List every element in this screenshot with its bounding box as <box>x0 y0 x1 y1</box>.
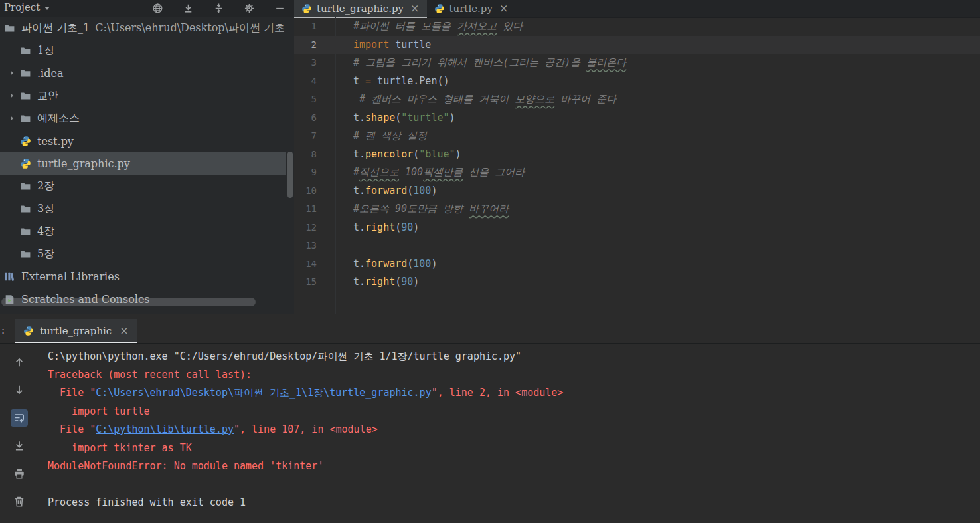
python-icon <box>23 326 34 336</box>
chevron-right-icon[interactable] <box>4 70 20 76</box>
scroll-to-end-button[interactable] <box>11 437 28 455</box>
tree-item-label: 교안 <box>37 89 58 103</box>
line-number[interactable]: 9 <box>294 163 326 182</box>
code-text: # 그림을 그리기 위해서 캔버스(그리는 공간)을 불러온다 <box>353 54 626 72</box>
line-number[interactable]: 11 <box>294 200 326 219</box>
run-tab-turtle-graphic[interactable]: turtle_graphic × <box>15 319 137 343</box>
print-button[interactable] <box>11 465 28 482</box>
tree-item-yejesosu[interactable]: 예제소스 <box>0 107 286 130</box>
down-stack-trace-button[interactable] <box>11 381 28 399</box>
code-text: #오른쪽 90도만큼 방향 바꾸어라 <box>353 200 509 219</box>
code-text: t.forward(100) <box>353 255 437 274</box>
tree-item-2jang[interactable]: 2장 <box>0 175 286 197</box>
editor-tab-turtle-py[interactable]: turtle.py× <box>427 0 516 17</box>
hide-icon[interactable] <box>274 2 286 14</box>
line-number[interactable]: 7 <box>294 127 326 146</box>
tree-item-test-py[interactable]: test.py <box>0 130 286 152</box>
line-number[interactable]: 3 <box>294 54 326 72</box>
code-line[interactable]: 14t.forward(100) <box>294 255 980 274</box>
tree-item-gyoan[interactable]: 교안 <box>0 84 286 107</box>
locate-icon[interactable] <box>151 2 163 14</box>
chevron-right-icon[interactable] <box>4 92 20 99</box>
run-tab-bar: : turtle_graphic × <box>0 314 980 344</box>
tree-item-label: 2장 <box>37 179 54 193</box>
close-icon[interactable]: × <box>120 326 128 336</box>
scrollbar-thumb[interactable] <box>287 152 293 198</box>
tree-item-label: 1장 <box>37 44 54 58</box>
code-line[interactable]: 8t.pencolor("blue") <box>294 146 980 164</box>
line-number[interactable]: 5 <box>294 90 326 109</box>
code-line[interactable]: 15t.right(90) <box>294 273 980 292</box>
tree-item-label: 3장 <box>37 202 54 216</box>
close-icon[interactable]: × <box>410 3 419 14</box>
tree-item-label: turtle_graphic.py <box>37 157 130 170</box>
tree-item-idea[interactable]: .idea <box>0 62 286 84</box>
folder-icon <box>20 45 36 56</box>
editor-tab-turtle_graphic-py[interactable]: turtle_graphic.py× <box>294 0 427 17</box>
line-number[interactable]: 14 <box>294 255 326 274</box>
code-line[interactable]: 3# 그림을 그리기 위해서 캔버스(그리는 공간)을 불러온다 <box>294 54 980 72</box>
tab-label: turtle.py <box>449 3 493 15</box>
code-line[interactable]: 10t.forward(100) <box>294 182 980 201</box>
tree-item-5jang[interactable]: 5장 <box>0 243 286 265</box>
tree-item-3jang[interactable]: 3장 <box>0 197 286 220</box>
line-number[interactable]: 13 <box>294 237 326 255</box>
code-line[interactable]: 13 <box>294 237 980 255</box>
tree-item-1jang[interactable]: 1장 <box>0 39 286 62</box>
code-line[interactable]: 2import turtle <box>294 36 980 54</box>
code-text: #파이썬 터틀 모듈을 가져오고 있다 <box>353 17 523 36</box>
code-text: # 캔버스 마우스 형태를 거북이 모양으로 바꾸어 준다 <box>353 90 616 109</box>
code-line[interactable]: 4t = turtle.Pen() <box>294 72 980 91</box>
code-line[interactable]: 7# 펜 색상 설정 <box>294 127 980 146</box>
settings-icon[interactable] <box>243 2 255 14</box>
file-link[interactable]: C:\Users\ehrud\Desktop\파이썬 기초_1\1장\turtl… <box>96 387 431 399</box>
code-line[interactable]: 9#직선으로 100픽셀만큼 선을 그어라 <box>294 163 980 182</box>
tree-item-label: External Libraries <box>21 270 120 283</box>
folder-icon <box>20 181 36 192</box>
editor-area: turtle_graphic.py×turtle.py× 1#파이썬 터틀 모듈… <box>294 0 980 314</box>
code-line[interactable]: 12t.right(90) <box>294 219 980 237</box>
code-text: #직선으로 100픽셀만큼 선을 그어라 <box>353 163 525 182</box>
file-link[interactable]: C:\python\lib\turtle.py <box>96 423 234 435</box>
line-number[interactable]: 6 <box>294 109 326 128</box>
tree-item-root[interactable]: 파이썬 기초_1C:\Users\ehrud\Desktop\파이썬 기초 <box>0 17 286 39</box>
library-icon <box>4 271 20 282</box>
line-number[interactable]: 4 <box>294 72 326 91</box>
project-view-dropdown[interactable]: Project <box>4 1 50 13</box>
code-line[interactable]: 5 # 캔버스 마우스 형태를 거북이 모양으로 바꾸어 준다 <box>294 90 980 109</box>
project-tree: 파이썬 기초_1C:\Users\ehrud\Desktop\파이썬 기초1장.… <box>0 17 294 310</box>
console-line: File "C:\Users\ehrud\Desktop\파이썬 기초_1\1장… <box>48 384 980 403</box>
tree-item-label: 5장 <box>37 247 54 261</box>
tree-item-turtle-graphic-py[interactable]: turtle_graphic.py <box>0 152 286 175</box>
up-stack-trace-button[interactable] <box>11 354 28 371</box>
console-line: import tkinter as TK <box>48 439 980 458</box>
tree-item-external-libraries[interactable]: External Libraries <box>0 265 286 288</box>
line-number[interactable]: 15 <box>294 273 326 292</box>
chevron-right-icon[interactable] <box>4 115 20 122</box>
code-line[interactable]: 11#오른쪽 90도만큼 방향 바꾸어라 <box>294 200 980 219</box>
python-icon <box>20 158 36 169</box>
scroll-from-source-icon[interactable] <box>182 2 194 14</box>
code-line[interactable]: 1#파이썬 터틀 모듈을 가져오고 있다 <box>294 17 980 36</box>
close-icon[interactable]: × <box>499 3 508 14</box>
console-line: ModuleNotFoundError: No module named 'tk… <box>48 457 980 476</box>
code-text: t = turtle.Pen() <box>353 72 449 91</box>
code-line[interactable]: 6t.shape("turtle") <box>294 109 980 128</box>
collapse-all-icon[interactable] <box>212 2 224 14</box>
project-scrollbar[interactable] <box>286 17 294 314</box>
line-number[interactable]: 1 <box>294 17 326 36</box>
line-number[interactable]: 12 <box>294 219 326 237</box>
horizontal-scrollbar-thumb[interactable] <box>1 298 256 306</box>
line-number[interactable]: 2 <box>294 36 326 54</box>
console-line: C:\python\python.exe "C:/Users/ehrud/Des… <box>48 348 980 366</box>
folder-icon <box>20 113 36 124</box>
code-text: t.shape("turtle") <box>353 109 455 128</box>
line-number[interactable]: 10 <box>294 182 326 201</box>
tree-item-4jang[interactable]: 4장 <box>0 220 286 243</box>
clear-all-button[interactable] <box>11 493 28 510</box>
soft-wrap-button[interactable] <box>11 409 28 427</box>
editor-code[interactable]: 1#파이썬 터틀 모듈을 가져오고 있다2import turtle3# 그림을… <box>294 17 980 314</box>
folder-icon <box>20 249 36 260</box>
line-number[interactable]: 8 <box>294 146 326 164</box>
project-toolbar: Project <box>0 0 294 17</box>
